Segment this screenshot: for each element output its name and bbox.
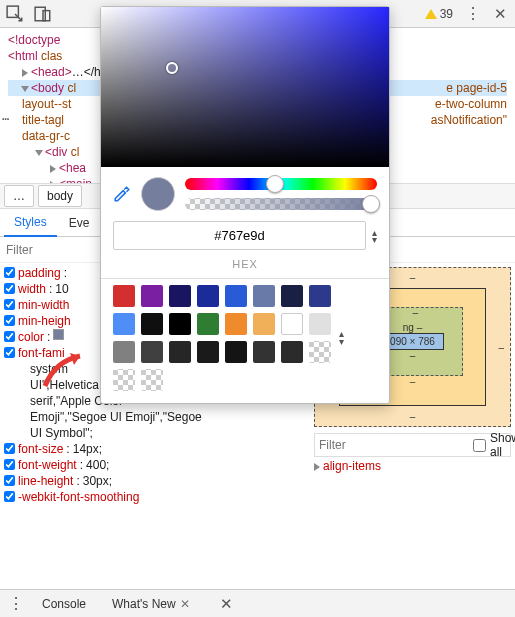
chevron-right-icon[interactable] xyxy=(50,165,56,173)
close-icon[interactable]: ✕ xyxy=(180,597,190,611)
warnings-badge[interactable]: 39 xyxy=(425,7,453,21)
box-model-content: 090 × 786 xyxy=(381,333,444,350)
palette-swatch[interactable] xyxy=(197,341,219,363)
hex-label: HEX xyxy=(101,258,389,278)
drawer-tabs: ⋮ Console What's New✕ ✕ xyxy=(0,589,515,617)
alpha-thumb[interactable] xyxy=(362,195,380,213)
palette-swatch[interactable] xyxy=(281,313,303,335)
palette-swatch[interactable] xyxy=(141,341,163,363)
show-all-label: Show all xyxy=(490,431,515,459)
svg-rect-2 xyxy=(43,10,50,20)
color-picker-popover: ▴▾ HEX xyxy=(100,6,390,404)
prop-toggle[interactable] xyxy=(4,299,15,310)
prop-toggle[interactable] xyxy=(4,443,15,454)
palette-swatch[interactable] xyxy=(281,341,303,363)
palette-swatch[interactable] xyxy=(113,313,135,335)
drawer-tab-whatsnew[interactable]: What's New✕ xyxy=(104,593,198,615)
palette-swatch[interactable] xyxy=(253,285,275,307)
prop-toggle[interactable] xyxy=(4,315,15,326)
inspect-icon[interactable] xyxy=(6,5,24,23)
palette-swatch[interactable] xyxy=(309,285,331,307)
palette-swatch[interactable] xyxy=(141,369,163,391)
hue-slider[interactable] xyxy=(185,178,377,190)
computed-filter-input[interactable] xyxy=(319,438,469,452)
kebab-menu-icon[interactable]: ⋮ xyxy=(463,5,481,23)
palette-swatch[interactable] xyxy=(113,341,135,363)
palette-swatch[interactable] xyxy=(169,313,191,335)
tab-styles[interactable]: Styles xyxy=(4,209,57,237)
saturation-handle[interactable] xyxy=(166,62,178,74)
palette-swatch[interactable] xyxy=(169,341,191,363)
chevron-down-icon[interactable] xyxy=(35,150,43,156)
color-swatch[interactable] xyxy=(53,329,64,340)
prop-toggle[interactable] xyxy=(4,491,15,502)
prop-toggle[interactable] xyxy=(4,347,15,358)
prop-toggle[interactable] xyxy=(4,459,15,470)
prop-toggle[interactable] xyxy=(4,267,15,278)
palette-swatch[interactable] xyxy=(197,313,219,335)
palette-swatch[interactable] xyxy=(197,285,219,307)
palette-swatch[interactable] xyxy=(113,285,135,307)
breadcrumb-item[interactable]: body xyxy=(38,185,82,207)
ellipsis-icon: … xyxy=(0,108,11,124)
warning-count: 39 xyxy=(440,7,453,21)
palette-swatch[interactable] xyxy=(225,341,247,363)
hex-input[interactable] xyxy=(113,221,366,250)
show-all-checkbox[interactable] xyxy=(473,439,486,452)
palette-stepper[interactable]: ▴▾ xyxy=(339,285,344,391)
chevron-right-icon[interactable] xyxy=(50,181,56,183)
palette-swatch[interactable] xyxy=(309,341,331,363)
prop-toggle[interactable] xyxy=(4,283,15,294)
chevron-right-icon[interactable] xyxy=(22,69,28,77)
alpha-slider[interactable] xyxy=(185,198,377,210)
svg-rect-1 xyxy=(35,7,45,21)
palette-swatch[interactable] xyxy=(281,285,303,307)
breadcrumb-item[interactable]: … xyxy=(4,185,34,207)
palette-swatch[interactable] xyxy=(253,313,275,335)
palette-swatch[interactable] xyxy=(225,285,247,307)
device-toggle-icon[interactable] xyxy=(34,5,52,23)
drawer-tab-console[interactable]: Console xyxy=(34,593,94,615)
prop-toggle[interactable] xyxy=(4,475,15,486)
palette-swatch[interactable] xyxy=(309,313,331,335)
format-stepper[interactable]: ▴▾ xyxy=(372,229,377,243)
palette-swatch[interactable] xyxy=(141,313,163,335)
palette-swatch[interactable] xyxy=(113,369,135,391)
tab-event-listeners[interactable]: Eve xyxy=(59,210,100,236)
close-drawer-icon[interactable]: ✕ xyxy=(218,595,236,613)
palette-swatch[interactable] xyxy=(169,285,191,307)
hue-thumb[interactable] xyxy=(266,175,284,193)
chevron-down-icon[interactable] xyxy=(21,86,29,92)
color-preview xyxy=(141,177,175,211)
warning-icon xyxy=(425,9,437,19)
prop-toggle[interactable] xyxy=(4,331,15,342)
eyedropper-icon[interactable] xyxy=(113,185,131,203)
drawer-menu-icon[interactable]: ⋮ xyxy=(6,595,24,613)
close-devtools-icon[interactable]: ✕ xyxy=(491,5,509,23)
color-palette xyxy=(113,285,331,391)
saturation-field[interactable] xyxy=(101,7,389,167)
palette-swatch[interactable] xyxy=(253,341,275,363)
chevron-right-icon[interactable] xyxy=(314,463,320,471)
palette-swatch[interactable] xyxy=(141,285,163,307)
palette-swatch[interactable] xyxy=(225,313,247,335)
